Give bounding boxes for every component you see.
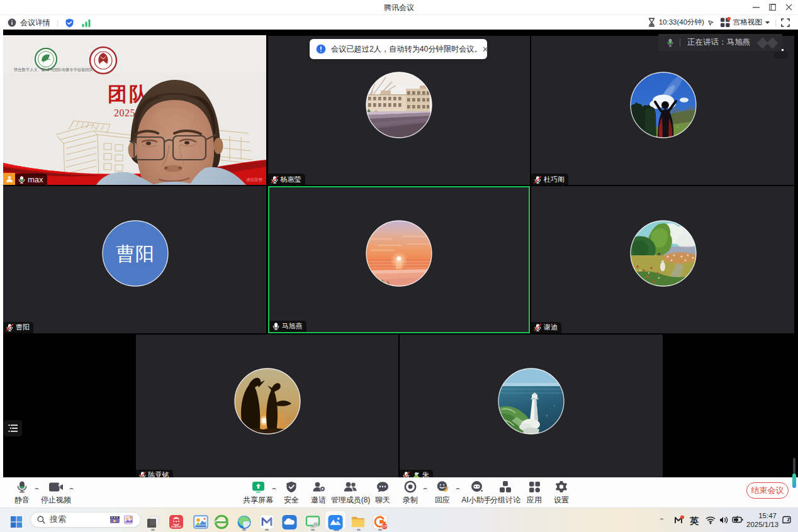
svg-text:HUAWEI: HUAWEI	[171, 525, 181, 528]
svg-text:2025: 2025	[114, 108, 135, 118]
svg-text:曹阳: 曹阳	[116, 243, 155, 264]
svg-text:虚拟背景: 虚拟背景	[246, 177, 263, 182]
svg-text:联合数字人文、翻译与国际传播专学创新团队: 联合数字人文、翻译与国际传播专学创新团队	[14, 67, 94, 72]
svg-text:ICP: ICP	[381, 524, 388, 528]
